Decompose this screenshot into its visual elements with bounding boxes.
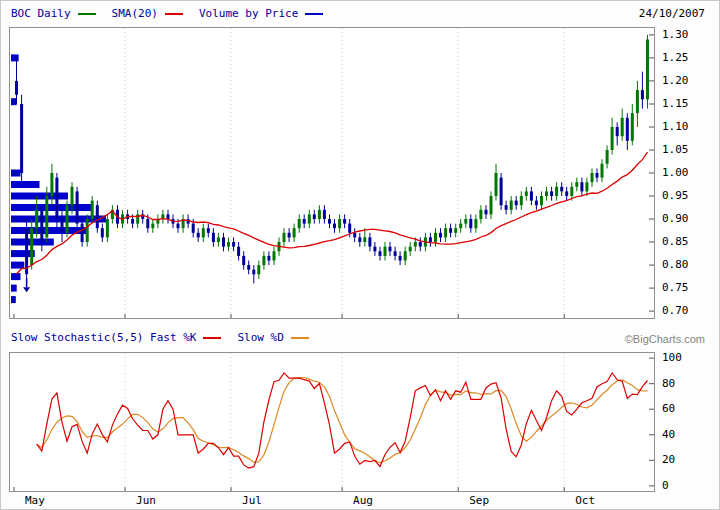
- stochastic-chart-canvas: [10, 353, 654, 491]
- slow-d-swatch-icon: [291, 337, 309, 339]
- price-axis-label: 1.00: [662, 166, 689, 179]
- month-label: Aug: [353, 494, 373, 507]
- price-axis-label: 1.10: [662, 120, 689, 133]
- sma-series-label: SMA(20): [112, 7, 158, 20]
- month-label: Jul: [242, 494, 262, 507]
- bigcharts-stock-chart-page: BOC Daily SMA(20) Volume by Price 24/10/…: [0, 0, 720, 510]
- bigcharts-copyright: ©BigCharts.com: [625, 333, 705, 345]
- month-label: Sep: [469, 494, 489, 507]
- slow-d-label: Slow %D: [237, 331, 283, 344]
- stoch-axis-label: 20: [662, 453, 675, 466]
- price-axis-label: 0.95: [662, 189, 689, 202]
- price-axis-label: 0.90: [662, 212, 689, 225]
- symbol-series-label: BOC Daily: [11, 7, 71, 20]
- price-axis-label: 1.30: [662, 28, 689, 41]
- month-label: May: [25, 494, 45, 507]
- price-chart-canvas: [10, 28, 654, 318]
- stochastic-chart-panel: [9, 352, 655, 492]
- price-chart-panel: [9, 27, 655, 319]
- sma-series-swatch-icon: [165, 13, 183, 15]
- price-series-swatch-icon: [78, 13, 96, 15]
- stoch-axis-label: 80: [662, 377, 675, 390]
- price-axis-label: 0.70: [662, 304, 689, 317]
- price-axis-label: 0.85: [662, 235, 689, 248]
- price-axis-label: 0.80: [662, 258, 689, 271]
- chart-date: 24/10/2007: [639, 7, 705, 20]
- stoch-axis-label: 60: [662, 402, 675, 415]
- stochastic-fast-k-label: Slow Stochastic(5,5) Fast %K: [11, 331, 196, 344]
- price-axis-label: 1.20: [662, 74, 689, 87]
- price-axis-label: 0.75: [662, 281, 689, 294]
- volume-by-price-label: Volume by Price: [199, 7, 298, 20]
- fast-k-swatch-icon: [203, 337, 221, 339]
- price-chart-legend: BOC Daily SMA(20) Volume by Price: [11, 7, 339, 20]
- stoch-axis-label: 0: [662, 479, 669, 492]
- month-label: Jun: [136, 494, 156, 507]
- stoch-axis-label: 100: [662, 351, 682, 364]
- price-axis-label: 1.25: [662, 51, 689, 64]
- price-axis-label: 1.15: [662, 97, 689, 110]
- volume-by-price-swatch-icon: [305, 13, 323, 15]
- stoch-axis-label: 40: [662, 428, 675, 441]
- stochastic-legend: Slow Stochastic(5,5) Fast %K Slow %D: [11, 331, 325, 344]
- price-axis-label: 1.05: [662, 143, 689, 156]
- month-label: Oct: [575, 494, 595, 507]
